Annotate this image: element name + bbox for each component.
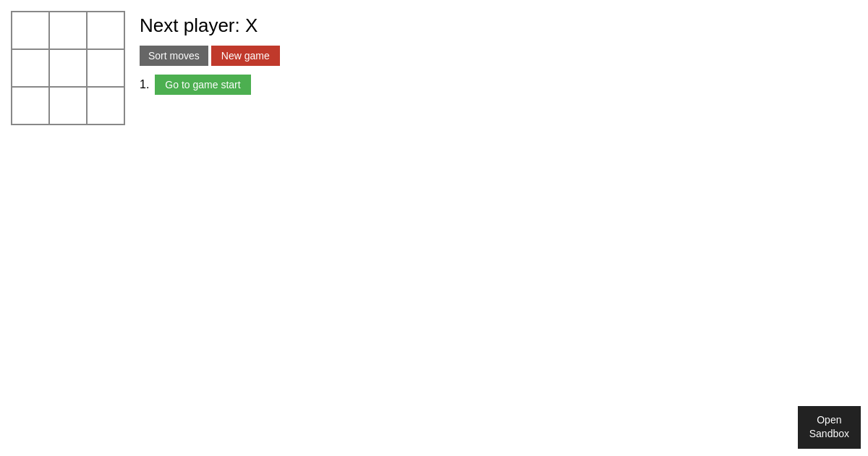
main-content: Next player: X Sort moves New game 1. Go… [0, 0, 868, 136]
moves-list: 1. Go to game start [140, 75, 280, 95]
board-cell-2[interactable] [87, 12, 124, 49]
board-cell-6[interactable] [12, 87, 49, 124]
board-cell-1[interactable] [49, 12, 87, 49]
open-sandbox-button[interactable]: OpenSandbox [798, 406, 861, 449]
right-panel: Next player: X Sort moves New game 1. Go… [140, 11, 280, 95]
board-cell-8[interactable] [87, 87, 124, 124]
move-item-1: 1. Go to game start [140, 75, 280, 95]
board-cell-5[interactable] [87, 49, 124, 87]
board-cell-7[interactable] [49, 87, 87, 124]
sort-moves-button[interactable]: Sort moves [140, 46, 208, 66]
board-container [11, 11, 125, 125]
go-to-game-start-button[interactable]: Go to game start [155, 75, 250, 95]
next-player-label: Next player: X [140, 14, 280, 37]
board-cell-4[interactable] [49, 49, 87, 87]
board-cell-3[interactable] [12, 49, 49, 87]
board-cell-0[interactable] [12, 12, 49, 49]
tic-tac-toe-board [11, 11, 125, 125]
action-buttons: Sort moves New game [140, 46, 280, 66]
new-game-button[interactable]: New game [211, 46, 280, 66]
move-number-1: 1. [140, 78, 149, 91]
